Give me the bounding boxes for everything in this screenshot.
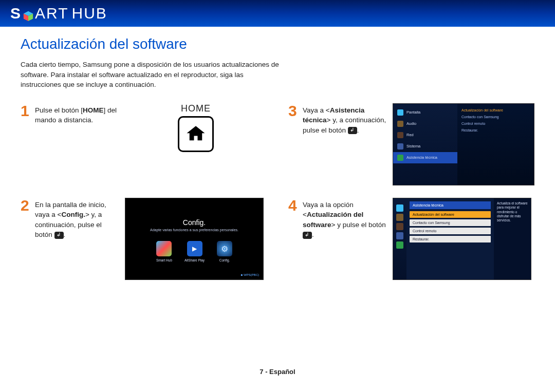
step-text: Vaya a la opción <Actualización del soft… (303, 198, 393, 240)
step-text: Pulse el botón [HOME] del mando a distan… (35, 103, 125, 125)
tv3-illustration: Pantalla Audio Red Sistema Asistencia té… (393, 103, 534, 185)
tv-icon-smarthub: Smart Hub (156, 241, 172, 262)
tv-screen: Config. Adapte varias funciones a sus pr… (125, 198, 264, 280)
tv4-illustration: Asistencia técnica Actualización del sof… (393, 198, 534, 280)
home-label: HOME (125, 103, 267, 114)
tv-icon-allshare: ▶ AllShare Play (184, 241, 205, 262)
steps-grid: 1 Pulse el botón [HOME] del mando a dist… (21, 103, 534, 280)
tv-screen: Pantalla Audio Red Sistema Asistencia té… (393, 103, 534, 185)
tv-panel: Asistencia técnica Actualización del sof… (406, 198, 494, 279)
logo-hub: HUB (71, 5, 107, 22)
step-4: 4 Vaya a la opción <Actualización del so… (288, 198, 534, 280)
enter-icon (348, 127, 357, 134)
step-number: 4 (288, 198, 303, 213)
content: Actualización del software Cada cierto t… (0, 27, 555, 280)
page-title: Actualización del software (21, 36, 534, 52)
tv-icon-config: ⚙ Config. (217, 241, 232, 262)
step-number: 2 (21, 198, 35, 213)
home-icon (178, 116, 214, 152)
page-footer: 7 - Español (0, 368, 555, 376)
step-text: En la pantalla de inicio, vaya a <Config… (35, 198, 125, 240)
step-2: 2 En la pantalla de inicio, vaya a <Conf… (21, 198, 267, 280)
logo: S ART HUB (10, 5, 107, 22)
step-number: 3 (288, 103, 303, 119)
tv-right-panel: Actualización del software Contacto con … (457, 104, 534, 185)
step-text: Vaya a <Asistencia técnica> y, a continu… (303, 103, 393, 136)
enter-icon (54, 232, 64, 239)
enter-icon (303, 232, 312, 239)
tv-screen: Asistencia técnica Actualización del sof… (393, 198, 531, 280)
logo-s: S (10, 5, 22, 22)
step-3: 3 Vaya a <Asistencia técnica> y, a conti… (288, 103, 534, 185)
step-1: 1 Pulse el botón [HOME] del mando a dist… (21, 103, 267, 185)
tv2-illustration: Config. Adapte varias funciones a sus pr… (125, 198, 267, 280)
tv-desc: Actualiza el software para mejorar el re… (494, 198, 531, 279)
home-illustration: HOME (125, 103, 267, 152)
intro-text: Cada cierto tiempo, Samsung pone a dispo… (21, 60, 283, 90)
step-number: 1 (21, 103, 35, 119)
tv-sidebar-icons (393, 198, 406, 279)
logo-cube-icon (23, 8, 34, 19)
logo-art: ART (35, 5, 68, 22)
header: S ART HUB (0, 0, 555, 27)
tv-sidebar: Pantalla Audio Red Sistema Asistencia té… (393, 104, 457, 185)
